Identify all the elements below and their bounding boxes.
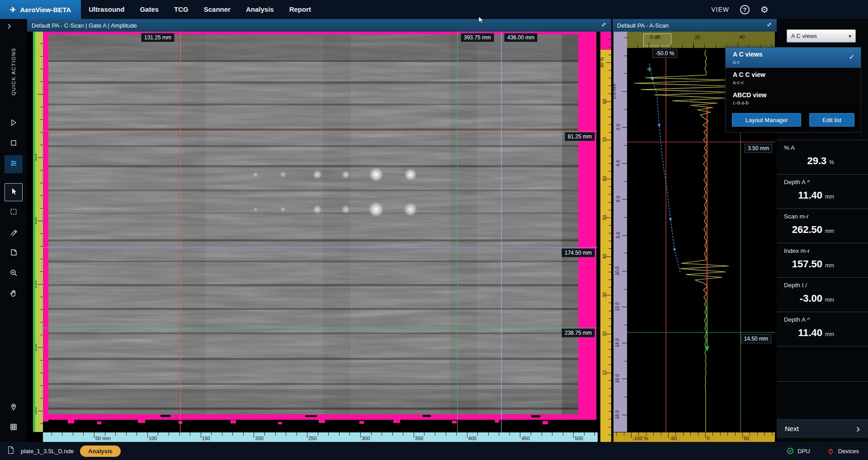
percent-ruler-tick — [720, 432, 721, 436]
scan-ruler-major-tick — [147, 432, 148, 438]
quick-actions-toolbar: QUICK ACTIONS — [0, 19, 27, 442]
scan-ruler-tick — [52, 432, 52, 436]
menu-item-scanner[interactable]: Scanner — [196, 0, 238, 19]
ascan-panel-header[interactable]: Default PA - A-Scan — [613, 19, 777, 32]
depth-ruler-major-tick — [622, 127, 627, 128]
help-icon[interactable]: ? — [740, 5, 750, 14]
topbar-right-cluster: VIEW ? ⚙ — [711, 0, 868, 19]
view-option-a-c[interactable]: A C viewsa-c✓ — [726, 47, 861, 68]
tool-region-select-button[interactable] — [5, 204, 23, 222]
percent-ruler-tick — [675, 432, 676, 436]
devices-status[interactable]: Devices — [827, 447, 859, 455]
amplitude-palette-ruler[interactable]: 90 %8070605040302010 — [600, 32, 611, 442]
scan-ruler-major-tick — [307, 432, 307, 438]
palette-ruler-tick — [609, 109, 611, 109]
view-option-c-d-a-b[interactable]: ABCD viewc-d-a-b — [726, 88, 861, 109]
depth-ruler-tick-label: 2.0 — [616, 124, 621, 130]
select-cursor-icon — [9, 187, 18, 198]
index-cursor-red-label[interactable]: 81.25 mm — [565, 132, 595, 141]
tool-stop-button[interactable] — [5, 135, 23, 153]
db-ruler-tick — [716, 45, 716, 48]
dropdown-footer-buttons: Layout ManagerEdit list — [726, 109, 861, 128]
tool-data-grid-button[interactable] — [5, 419, 23, 437]
depth-ruler-tick-label: 18.0 — [615, 410, 620, 419]
depth-ruler-major-tick — [622, 271, 627, 271]
db-ruler-tick — [637, 45, 638, 48]
cscan-panel-header[interactable]: Default PA - C-Scan | Gate A | Amplitude — [27, 19, 611, 32]
index-cursor-blue-label[interactable]: 174.50 mm — [561, 248, 595, 257]
db-axis-ruler[interactable]: 0 dB2040 — [627, 32, 775, 48]
scan-cursor-red-label[interactable]: 131.25 mm — [141, 33, 175, 42]
palette-ruler-tick — [609, 357, 611, 357]
scan-axis-ruler[interactable]: 50 mm100150200250300350400450500 — [43, 432, 598, 442]
tool-select-cursor-button[interactable] — [5, 183, 23, 201]
palette-ruler-major-tick — [606, 62, 611, 63]
scan-ruler-tick-label: 150 — [202, 436, 210, 441]
analysis-mode-badge[interactable]: Analysis — [80, 446, 120, 457]
percent-ruler-tick — [683, 432, 684, 436]
index-axis-ruler[interactable]: 50 mm100150200250300 — [33, 32, 43, 432]
scan-ruler-tick-label: 100 — [149, 436, 157, 441]
tool-measure-button[interactable] — [5, 224, 23, 242]
reading-row-6: Depth A ^11.40mm — [777, 312, 868, 346]
tool-annotate-button[interactable] — [5, 244, 23, 262]
depth-axis-ruler[interactable]: 0.0 mm2.04.06.08.010.012.014.016.018.0 — [613, 32, 627, 432]
percent-ruler-tick — [646, 432, 646, 436]
app-brand-tab[interactable]: ✈ AeroView-BETA — [0, 0, 81, 19]
palette-ruler-tick — [609, 39, 611, 40]
menu-item-tcg[interactable]: TCG — [166, 0, 196, 19]
expand-sidebar-chevron-icon[interactable] — [5, 23, 13, 32]
depth-ruler-major-tick — [622, 307, 627, 307]
palette-ruler-tick-label: 60 — [602, 176, 607, 181]
depth-ruler-tick-label: 0.0 mm — [613, 84, 617, 99]
settings-gear-icon[interactable]: ⚙ — [760, 4, 769, 15]
scan-cursor-blue-label[interactable]: 436.00 mm — [504, 33, 538, 42]
menu-item-ultrasound[interactable]: Ultrasound — [81, 0, 132, 19]
amplitude-cursor-label[interactable]: -50.0 % — [652, 49, 677, 58]
scan-ruler-tick — [243, 432, 244, 436]
edit-list-button[interactable]: Edit list — [809, 113, 854, 127]
percent-ruler-major-tick — [631, 432, 632, 438]
index-cursor-green-label[interactable]: 238.75 mm — [561, 328, 595, 337]
tool-pan-button[interactable] — [5, 285, 23, 303]
view-option-sublabel: a-c — [733, 59, 855, 65]
cscan-expand-icon[interactable] — [601, 22, 607, 29]
next-button[interactable]: Next › — [777, 419, 868, 438]
menu-item-analysis[interactable]: Analysis — [238, 0, 282, 19]
reading-row-1: % A29.3% — [777, 140, 868, 174]
view-option-a-c-c[interactable]: A C C viewa-c-c — [726, 68, 861, 88]
tool-play-button[interactable] — [5, 114, 23, 133]
gate-top-depth-label[interactable]: 3.50 mm — [745, 144, 772, 153]
layout-manager-button[interactable]: Layout Manager — [732, 113, 801, 127]
tool-acquisition-button[interactable] — [5, 155, 23, 173]
scan-ruler-tick-label: 200 — [255, 436, 263, 441]
palette-ruler-tick — [609, 47, 611, 47]
scan-ruler-tick — [158, 432, 158, 436]
palette-ruler-tick — [609, 94, 611, 94]
cscan-image-view[interactable]: 131.25 mm 393.75 mm 436.00 mm 81.25 mm 1… — [43, 32, 598, 432]
view-menu-button[interactable]: VIEW — [711, 6, 729, 13]
gate-bottom-depth-label[interactable]: 14.50 mm — [741, 334, 771, 343]
tool-location-button[interactable] — [5, 398, 23, 417]
percent-ruler-tick — [712, 432, 713, 436]
tool-zoom-in-button[interactable] — [5, 265, 23, 283]
dpu-status[interactable]: DPU — [787, 447, 810, 455]
view-selector-dropdown[interactable]: A C views ▾ — [787, 29, 856, 43]
scan-ruler-tick — [137, 432, 137, 436]
reading-label: Scan m-r — [784, 213, 868, 220]
readings-list: % A29.3%Depth A ^11.40mmScan m-r262.50mm… — [777, 140, 868, 382]
menu-item-report[interactable]: Report — [282, 0, 319, 19]
reading-row-5: Depth I /-3.00mm — [777, 277, 868, 312]
menu-item-gates[interactable]: Gates — [132, 0, 166, 19]
reading-value: 262.50mm — [792, 224, 834, 236]
palette-ruler-tick — [609, 78, 611, 78]
scan-ruler-tick — [446, 432, 446, 436]
scan-ruler-tick — [73, 432, 73, 436]
open-file-name[interactable]: plate_1_3.5L_D.nde — [21, 448, 74, 455]
ascan-expand-icon[interactable] — [766, 22, 772, 29]
percent-axis-ruler[interactable]: -100 %-50050 — [613, 432, 775, 442]
palette-ruler-tick — [609, 248, 611, 249]
scan-cursor-green-label[interactable]: 393.75 mm — [461, 33, 494, 42]
db-ruler-tick-label: 20 — [695, 34, 700, 40]
percent-ruler-tick — [653, 432, 654, 436]
